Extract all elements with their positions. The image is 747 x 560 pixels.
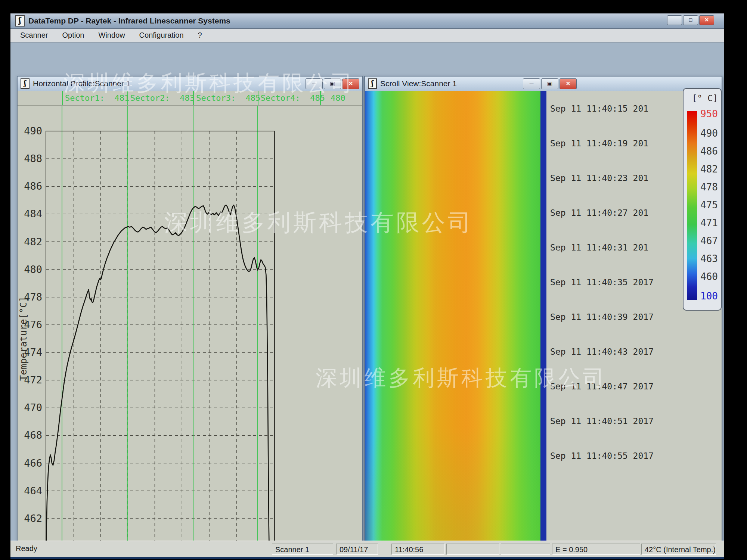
minimize-button[interactable]: ─ — [667, 15, 682, 25]
scan-timestamp: Sep 11 11:40:15 201 — [550, 104, 648, 113]
status-scanner: Scanner 1 — [272, 544, 333, 555]
scan-timestamp: Sep 11 11:40:39 2017 — [550, 312, 654, 322]
scale-tick-label: 486 — [700, 146, 718, 157]
scan-timestamp: Sep 11 11:40:23 201 — [550, 173, 648, 183]
svg-text:486: 486 — [24, 180, 42, 192]
color-scale-bar — [687, 111, 697, 300]
scale-min-label: 100 — [700, 290, 718, 302]
svg-text:464: 464 — [24, 485, 42, 497]
svg-text:488: 488 — [24, 153, 42, 164]
status-bar: Ready Scanner 1 09/11/17 11:40:56 E = 0.… — [10, 541, 724, 558]
temperature-scale-panel: [° C] 950490486482478475471467463460100 — [683, 88, 722, 311]
status-empty-cell-1 — [446, 544, 499, 555]
scan-timestamp: Sep 11 11:40:55 2017 — [550, 451, 654, 461]
svg-text:484: 484 — [24, 208, 42, 220]
scale-unit-label: [° C] — [692, 93, 718, 103]
scan-timestamp: Sep 11 11:40:51 2017 — [550, 416, 654, 426]
scroll-window-controls: ─ ▣ ✕ — [523, 78, 577, 89]
scan-timestamp: Sep 11 11:40:27 201 — [550, 208, 648, 218]
scan-timestamp: Sep 11 11:40:19 201 — [550, 139, 648, 148]
scroll-minimize-button[interactable]: ─ — [523, 78, 540, 89]
svg-text:482: 482 — [24, 236, 42, 248]
horizontal-profile-window: ʃ Horizontal Profile:Scanner 1 ─ ▣ ✕ Sec… — [17, 76, 363, 559]
svg-text:468: 468 — [24, 429, 42, 441]
scan-timestamp: Sep 11 11:40:31 201 — [550, 243, 648, 252]
scale-tick-label: 467 — [700, 235, 718, 246]
menu-item-help[interactable]: ? — [198, 31, 202, 40]
mdi-area: ʃ Horizontal Profile:Scanner 1 ─ ▣ ✕ Sec… — [10, 43, 724, 541]
scan-timestamp: Sep 11 11:40:35 2017 — [550, 277, 654, 287]
scale-max-label: 950 — [700, 108, 718, 119]
thermal-scroll-image — [365, 91, 540, 559]
profile-window-controls: ─ ▣ ✕ — [306, 78, 359, 89]
menu-item-window[interactable]: Window — [98, 31, 125, 40]
scroll-close-button[interactable]: ✕ — [560, 78, 577, 89]
menu-item-option[interactable]: Option — [62, 31, 84, 40]
scroll-window-icon: ʃ — [368, 78, 377, 89]
profile-titlebar[interactable]: ʃ Horizontal Profile:Scanner 1 ─ ▣ ✕ — [18, 77, 362, 91]
sector-divider — [62, 91, 63, 105]
scale-tick-label: 463 — [700, 253, 718, 264]
main-titlebar: ʃ DataTemp DP - Raytek - Infrared Linesc… — [10, 13, 724, 29]
sector-extra-value: 480 — [331, 93, 345, 103]
svg-text:480: 480 — [24, 264, 42, 275]
svg-text:Temperature[°C]: Temperature[°C] — [18, 296, 29, 381]
menu-bar: ScannerOptionWindowConfiguration? — [10, 29, 724, 43]
sector-value-strip: Sector1: 481Sector2: 483Sector3: 485Sect… — [18, 91, 362, 106]
status-emissivity: E = 0.950 — [552, 544, 640, 555]
profile-chart-svg: 4604624644664684704724744764784804824844… — [18, 106, 361, 559]
status-internal-temp: 42°C (Internal Temp.) — [641, 544, 716, 555]
sector-value-3: Sector3: 485 — [196, 93, 260, 103]
svg-text:490: 490 — [24, 125, 42, 137]
scale-tick-label: 482 — [700, 164, 718, 175]
profile-window-title: Horizontal Profile:Scanner 1 — [33, 79, 130, 88]
scroll-restore-button[interactable]: ▣ — [541, 78, 558, 89]
svg-text:470: 470 — [24, 402, 42, 413]
sector-value-1: Sector1: 481 — [65, 93, 129, 103]
scroll-titlebar[interactable]: ʃ Scroll View:Scanner 1 ─ ▣ ✕ — [365, 77, 722, 91]
maximize-button[interactable]: □ — [683, 15, 698, 25]
scan-timestamp: Sep 11 11:40:43 2017 — [550, 347, 654, 357]
status-ready: Ready — [16, 544, 37, 553]
profile-close-button[interactable]: ✕ — [342, 78, 359, 89]
thermal-image-edge-stripe — [540, 91, 546, 559]
taskbar-sliver — [10, 557, 724, 559]
status-empty-cell-2 — [501, 544, 550, 555]
menu-item-configuration[interactable]: Configuration — [139, 31, 184, 40]
app-icon: ʃ — [15, 15, 25, 27]
profile-minimize-button[interactable]: ─ — [306, 78, 323, 89]
scale-tick-label: 471 — [700, 217, 718, 228]
menu-item-scanner[interactable]: Scanner — [20, 31, 48, 40]
close-button[interactable]: ✕ — [699, 15, 714, 25]
monitor-screen: ʃ DataTemp DP - Raytek - Infrared Linesc… — [10, 13, 724, 559]
svg-text:466: 466 — [24, 457, 42, 469]
scale-tick-label: 490 — [700, 128, 718, 139]
sector-value-2: Sector2: 483 — [130, 93, 195, 103]
temperature-profile-chart: 4604624644664684704724744764784804824844… — [18, 106, 361, 559]
status-time: 11:40:56 — [391, 544, 444, 555]
main-window-controls: ─ □ ✕ — [667, 15, 714, 25]
scroll-window-title: Scroll View:Scanner 1 — [380, 79, 457, 88]
app-title: DataTemp DP - Raytek - Infrared Linescan… — [28, 16, 230, 25]
scroll-view-window: ʃ Scroll View:Scanner 1 ─ ▣ ✕ Sep 11 11:… — [364, 76, 722, 559]
profile-restore-button[interactable]: ▣ — [324, 78, 341, 89]
scale-tick-label: 478 — [700, 181, 718, 193]
scale-tick-label: 460 — [700, 271, 718, 282]
svg-text:462: 462 — [24, 513, 42, 524]
scan-timestamp: Sep 11 11:40:47 2017 — [550, 382, 654, 391]
profile-window-icon: ʃ — [21, 78, 30, 89]
scale-tick-label: 475 — [700, 199, 718, 211]
sector-value-4: Sector4: 485 — [261, 93, 325, 103]
status-date: 09/11/17 — [336, 544, 378, 555]
